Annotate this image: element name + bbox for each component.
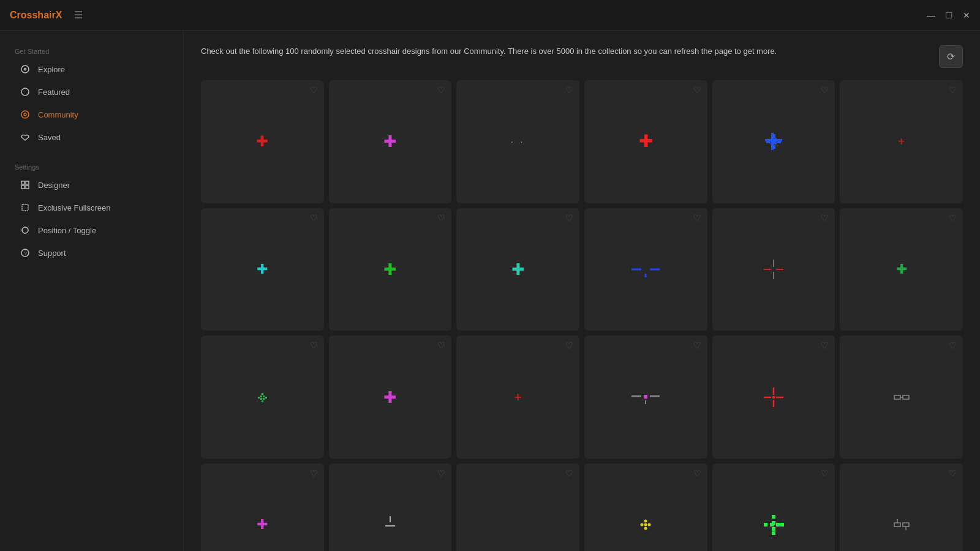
exclusive-fullscreen-label: Exclusive Fullscreen [38, 203, 111, 212]
svg-point-54 [644, 523, 647, 527]
crosshair-card[interactable]: ♡ ✚ [584, 80, 707, 203]
crosshair-symbol [633, 512, 658, 537]
like-button[interactable]: ♡ [949, 468, 957, 478]
crosshair-card[interactable]: ♡ [712, 463, 835, 551]
sidebar-item-support[interactable]: ? Support [5, 242, 178, 264]
like-button[interactable]: ♡ [693, 340, 701, 350]
crosshair-card[interactable]: ♡ [840, 335, 963, 459]
maximize-button[interactable]: ☐ [945, 10, 953, 20]
sidebar-item-explore[interactable]: Explore [5, 58, 178, 80]
like-button[interactable]: ♡ [437, 340, 445, 350]
designer-label: Designer [38, 181, 70, 190]
crosshair-card[interactable]: ♡ ✚ [329, 80, 452, 203]
support-icon: ? [20, 247, 31, 258]
crosshair-symbol [889, 512, 914, 537]
crosshair-card[interactable]: ♡ ✚ [840, 208, 963, 331]
svg-rect-23 [777, 140, 781, 143]
like-button[interactable]: ♡ [437, 213, 445, 223]
community-label: Community [38, 110, 78, 119]
svg-rect-33 [260, 398, 262, 400]
svg-rect-67 [903, 523, 909, 527]
svg-point-56 [644, 520, 647, 523]
crosshair-card[interactable]: ♡ [712, 208, 835, 331]
svg-rect-62 [764, 523, 767, 527]
crosshair-symbol: ✚ [257, 263, 268, 276]
crosshair-card[interactable]: ♡ [712, 80, 835, 203]
crosshair-symbol [761, 512, 786, 537]
like-button[interactable]: ♡ [565, 85, 573, 95]
support-label: Support [38, 249, 66, 258]
sidebar-item-designer[interactable]: Designer [5, 174, 178, 196]
sidebar-item-featured[interactable]: Featured [5, 81, 178, 103]
svg-rect-6 [26, 181, 29, 184]
community-icon [20, 109, 31, 120]
like-button[interactable]: ♡ [437, 468, 445, 478]
crosshair-card[interactable]: ♡ ✚ [329, 208, 452, 331]
crosshair-card[interactable]: ♡ ✚ [329, 335, 452, 459]
svg-rect-34 [263, 398, 265, 400]
svg-point-55 [648, 523, 651, 527]
crosshair-card[interactable]: ♡ [201, 335, 324, 459]
explore-label: Explore [38, 65, 65, 74]
crosshair-card[interactable]: ♡ [584, 335, 707, 459]
minimize-button[interactable]: — [927, 10, 935, 20]
crosshair-card[interactable]: ♡ ✚ [201, 80, 324, 203]
crosshair-symbol: ✚ [383, 389, 397, 405]
refresh-button[interactable]: ⟳ [939, 45, 963, 68]
crosshair-symbol [253, 388, 271, 407]
sidebar-item-position-toggle[interactable]: Position / Toggle [5, 219, 178, 241]
crosshair-symbol: + [898, 135, 905, 148]
svg-rect-37 [262, 393, 263, 395]
like-button[interactable]: ♡ [565, 468, 573, 478]
like-button[interactable]: ♡ [310, 213, 318, 223]
like-button[interactable]: ♡ [821, 340, 829, 350]
like-button[interactable]: ♡ [310, 340, 318, 350]
crosshair-symbol [630, 388, 661, 407]
svg-point-10 [22, 227, 28, 233]
saved-label: Saved [38, 133, 61, 142]
menu-toggle-button[interactable]: ☰ [74, 9, 83, 21]
crosshair-card[interactable]: ♡ ✚ [201, 463, 324, 551]
like-button[interactable]: ♡ [310, 85, 318, 95]
crosshair-card[interactable]: ♡ ● [456, 463, 579, 551]
svg-rect-58 [772, 515, 775, 519]
sidebar-item-community[interactable]: Community [5, 103, 178, 126]
like-button[interactable]: ♡ [437, 85, 445, 95]
like-button[interactable]: ♡ [693, 213, 701, 223]
like-button[interactable]: ♡ [310, 468, 318, 478]
sidebar-item-exclusive-fullscreen[interactable]: Exclusive Fullscreen [5, 197, 178, 219]
crosshair-card[interactable]: ♡ + [840, 80, 963, 203]
like-button[interactable]: ♡ [949, 213, 957, 223]
crosshair-card[interactable]: ♡ + [456, 335, 579, 459]
svg-point-1 [24, 69, 26, 70]
like-button[interactable]: ♡ [821, 468, 829, 478]
crosshair-symbol [889, 385, 914, 410]
svg-rect-9 [22, 204, 28, 211]
svg-rect-36 [265, 397, 267, 399]
crosshair-card[interactable]: ♡ · · [456, 80, 579, 203]
like-button[interactable]: ♡ [693, 468, 701, 478]
crosshair-card[interactable]: ♡ [584, 208, 707, 331]
like-button[interactable]: ♡ [821, 85, 829, 95]
close-button[interactable]: ✕ [963, 10, 970, 20]
svg-rect-22 [766, 140, 770, 143]
crosshair-card[interactable]: ♡ [329, 463, 452, 551]
like-button[interactable]: ♡ [821, 213, 829, 223]
crosshair-card[interactable]: ♡ [584, 463, 707, 551]
like-button[interactable]: ♡ [693, 85, 701, 95]
crosshair-card[interactable]: ♡ [840, 463, 963, 551]
main-layout: Get Started Explore Featured [0, 31, 980, 551]
like-button[interactable]: ♡ [565, 213, 573, 223]
svg-rect-49 [903, 395, 909, 399]
crosshair-card[interactable]: ♡ ✚ [456, 208, 579, 331]
like-button[interactable]: ♡ [949, 85, 957, 95]
sidebar-item-saved[interactable]: Saved [5, 126, 178, 148]
like-button[interactable]: ♡ [565, 340, 573, 350]
like-button[interactable]: ♡ [949, 340, 957, 350]
crosshair-card[interactable]: ♡ ✚ [201, 208, 324, 331]
sidebar: Get Started Explore Featured [0, 31, 184, 551]
svg-rect-21 [772, 145, 775, 149]
crosshair-card[interactable]: ♡ [712, 335, 835, 459]
svg-rect-47 [772, 396, 775, 399]
crosshair-symbol: ✚ [511, 261, 525, 277]
